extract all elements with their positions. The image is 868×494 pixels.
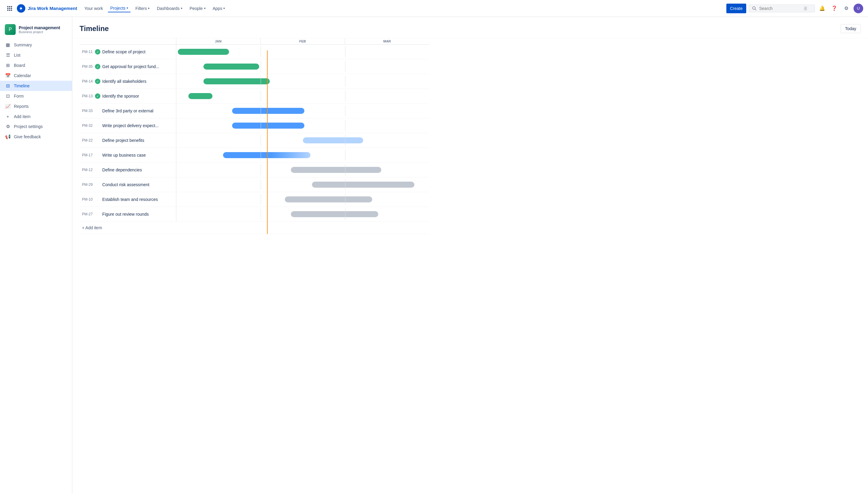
gantt-bar	[291, 211, 378, 217]
apps-chevron: ▾	[223, 7, 225, 10]
your-work-link[interactable]: Your work	[82, 5, 106, 12]
table-row[interactable]: PM-12 Define dependencies	[79, 163, 429, 177]
sidebar-item-form[interactable]: ⊡ Form	[0, 91, 72, 101]
dashboards-link[interactable]: Dashboards ▾	[154, 5, 185, 12]
gantt-bar	[232, 108, 304, 114]
task-name: Define scope of project	[102, 50, 145, 54]
task-id: PM-33	[79, 109, 95, 113]
sidebar-item-add-item[interactable]: + Add item	[0, 111, 72, 121]
sidebar-item-summary[interactable]: ▦ Summary	[0, 40, 72, 50]
svg-rect-5	[11, 8, 12, 9]
svg-rect-1	[9, 6, 10, 7]
sidebar-item-reports[interactable]: 📈 Reports	[0, 101, 72, 111]
table-row[interactable]: PM-32 Write project delivery expect...	[79, 118, 429, 133]
add-item-row[interactable]: + Add item	[79, 222, 429, 234]
table-row[interactable]: PM-17 Write up business case	[79, 148, 429, 163]
task-id: PM-32	[79, 124, 95, 128]
filters-link[interactable]: Filters ▾	[133, 5, 152, 12]
today-button[interactable]: Today	[841, 24, 861, 33]
app-logo[interactable]: Jira Work Management	[17, 4, 77, 13]
help-button[interactable]: ❓	[829, 4, 839, 13]
calendar-icon: 📅	[5, 73, 11, 78]
board-icon: ⊞	[5, 63, 11, 68]
svg-rect-4	[9, 8, 10, 9]
table-row[interactable]: PM-11 ✓ Define scope of project	[79, 44, 429, 59]
gantt-bar	[188, 93, 213, 99]
sidebar-item-give-feedback[interactable]: 📢 Give feedback	[0, 132, 72, 142]
gantt-bar	[178, 49, 229, 55]
sidebar-items: ▦ Summary ☰ List ⊞ Board 📅 Calendar ⊟ Ti…	[0, 40, 72, 142]
task-id: PM-29	[79, 183, 95, 187]
sidebar-item-calendar[interactable]: 📅 Calendar	[0, 71, 72, 81]
task-id: PM-12	[79, 168, 95, 172]
form-icon: ⊡	[5, 93, 11, 99]
svg-rect-0	[7, 6, 8, 7]
sidebar-item-label: Reports	[14, 104, 29, 109]
sidebar-item-board[interactable]: ⊞ Board	[0, 60, 72, 71]
svg-rect-2	[11, 6, 12, 7]
table-row[interactable]: PM-33 Define 3rd party or external	[79, 103, 429, 118]
search-shortcut: /	[804, 6, 807, 11]
add-item-button[interactable]: + Add item	[82, 225, 102, 230]
table-row[interactable]: PM-35 ✓ Get approval for project fund...	[79, 59, 429, 74]
table-row[interactable]: PM-14 ✓ Identify all stakeholders	[79, 74, 429, 89]
sidebar-item-list[interactable]: ☰ List	[0, 50, 72, 60]
task-name: Write project delivery expect...	[102, 123, 159, 128]
sidebar-item-label: Calendar	[14, 73, 31, 78]
task-id: PM-13	[79, 94, 95, 98]
apps-link[interactable]: Apps ▾	[210, 5, 227, 12]
sidebar-item-label: Form	[14, 94, 24, 98]
sidebar-item-label: Project settings	[14, 124, 43, 129]
sidebar-item-project-settings[interactable]: ⚙ Project settings	[0, 121, 72, 132]
gantt-bar	[291, 167, 381, 173]
give-feedback-icon: 📢	[5, 134, 11, 139]
table-row[interactable]: PM-29 Conduct risk assessment	[79, 177, 429, 192]
project-settings-icon: ⚙	[5, 124, 11, 129]
user-avatar[interactable]: U	[853, 4, 863, 13]
sidebar-project: P Project management Business project	[0, 22, 72, 40]
app-switcher-button[interactable]	[5, 4, 15, 13]
task-id: PM-14	[79, 79, 95, 83]
sidebar-item-label: Add item	[14, 114, 31, 119]
page-title: Timeline	[79, 24, 109, 33]
settings-button[interactable]: ⚙	[842, 4, 851, 13]
table-row[interactable]: PM-22 Define project benefits	[79, 133, 429, 148]
svg-rect-7	[9, 10, 10, 11]
gantt-bar	[203, 78, 270, 84]
filters-chevron: ▾	[148, 7, 149, 10]
month-jan-header: JAN	[176, 38, 260, 44]
projects-link[interactable]: Projects ▾	[108, 4, 131, 12]
search-input[interactable]	[759, 6, 801, 11]
create-button[interactable]: Create	[726, 4, 746, 13]
page-header: Timeline Today	[72, 17, 868, 38]
table-row[interactable]: PM-27 Figure out review rounds	[79, 207, 429, 222]
main-content: Timeline Today JAN FEB MAR PM-11 ✓ Defin…	[72, 17, 868, 494]
task-id: PM-11	[79, 50, 95, 54]
status-done-icon: ✓	[95, 93, 100, 99]
timeline-table: JAN FEB MAR PM-11 ✓ Define scope of proj…	[79, 38, 429, 234]
task-name: Write up business case	[102, 153, 146, 157]
table-row[interactable]: PM-10 Establish team and resources	[79, 192, 429, 207]
month-mar-header: MAR	[345, 38, 429, 44]
people-link[interactable]: People ▾	[187, 5, 208, 12]
gantt-bar	[203, 63, 259, 70]
task-name: Define dependencies	[102, 168, 142, 172]
search-box[interactable]: /	[749, 4, 815, 12]
app-name: Jira Work Management	[28, 6, 77, 11]
sidebar-item-timeline[interactable]: ⊟ Timeline	[0, 81, 72, 91]
add-item-icon: +	[5, 114, 11, 119]
task-id: PM-17	[79, 153, 95, 157]
project-icon: P	[5, 24, 16, 35]
table-row[interactable]: PM-13 ✓ Identify the sponsor	[79, 89, 429, 103]
month-feb-header: FEB	[260, 38, 345, 44]
project-type: Business project	[19, 30, 60, 34]
sidebar: P Project management Business project ▦ …	[0, 17, 72, 494]
sidebar-item-label: Give feedback	[14, 134, 41, 139]
task-name: Conduct risk assessment	[102, 182, 149, 187]
list-icon: ☰	[5, 52, 11, 58]
notifications-button[interactable]: 🔔	[817, 4, 827, 13]
svg-point-10	[20, 7, 22, 10]
gantt-bar	[312, 182, 414, 188]
status-done-icon: ✓	[95, 64, 100, 69]
projects-chevron: ▾	[127, 6, 128, 10]
